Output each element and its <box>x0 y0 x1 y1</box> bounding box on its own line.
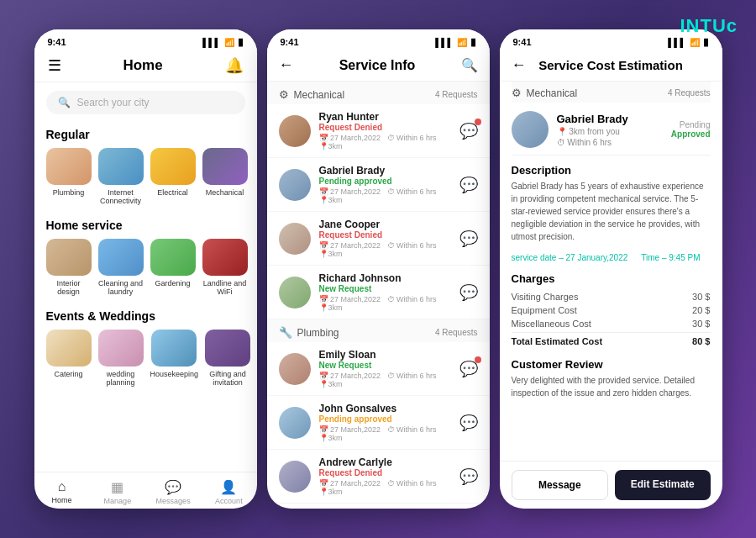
message-button[interactable]: Message <box>512 470 609 500</box>
service-item-gabriel[interactable]: Gabriel Brady Pending approved 📅 27 Marc… <box>267 158 490 212</box>
manage-nav-label: Manage <box>104 497 132 505</box>
battery-icon-3: ▮ <box>703 36 709 48</box>
grid-item-wedding[interactable]: wedding planning <box>98 330 144 387</box>
events-section-title: Events & Weddings <box>34 304 257 330</box>
andrew-chat[interactable]: 💬 <box>459 467 478 486</box>
grid-item-catering[interactable]: Catering <box>46 330 92 387</box>
ryan-name: Ryan Hunter <box>319 111 451 123</box>
date-row: service date – 27 January,2022 Time – 9:… <box>512 248 711 267</box>
richard-meta: 📅 27 March,2022 ⏱ Within 6 hrs 📍3km <box>319 295 451 312</box>
provider-avatar <box>512 111 549 148</box>
nav-home[interactable]: ⌂ Home <box>34 479 90 505</box>
status-bar-2: 9:41 ▌▌▌ 📶 ▮ <box>267 29 490 51</box>
menu-icon[interactable]: ☰ <box>48 56 61 75</box>
provider-card[interactable]: Gabriel Brady 📍 3km from you ⏱ Within 6 … <box>512 103 711 156</box>
plumbing-thumb <box>46 148 92 185</box>
wifi-icon-3: 📶 <box>690 38 700 47</box>
richard-name: Richard Johnson <box>319 272 451 284</box>
emily-chat[interactable]: 💬 <box>459 360 478 378</box>
john-info: John Gonsalves Pending approved 📅 27 Mar… <box>319 403 451 442</box>
grid-item-housekeeping[interactable]: Housekeeping <box>150 330 199 387</box>
app-logo: INTUc <box>680 15 738 37</box>
charge-misc-amount: 30 $ <box>692 319 710 329</box>
grid-item-plumbing[interactable]: Plumbing <box>46 148 92 205</box>
account-nav-icon: 👤 <box>220 479 237 495</box>
charges-title: Charges <box>512 272 711 285</box>
search-placeholder: Search your city <box>77 97 150 108</box>
jane-chat[interactable]: 💬 <box>459 229 478 248</box>
service-item-john[interactable]: John Gonsalves Pending approved 📅 27 Mar… <box>267 396 490 450</box>
status-time-2: 9:41 <box>281 37 299 47</box>
manage-nav-icon: ▦ <box>111 479 123 495</box>
grid-item-internet[interactable]: Internet Connectivity <box>98 148 144 205</box>
jane-status: Request Denied <box>319 230 451 240</box>
events-grid: Catering wedding planning Housekeeping G… <box>34 330 257 395</box>
nav-account[interactable]: 👤 Account <box>201 479 256 505</box>
charge-equipment-label: Equipment Cost <box>512 305 577 315</box>
grid-item-electrical[interactable]: Electrical <box>150 148 196 205</box>
plumbing-requests: 4 Requests <box>435 328 478 337</box>
service-item-andrew[interactable]: Andrew Carlyle Request Denied 📅 27 March… <box>267 450 490 504</box>
plumbing-label: Plumbing <box>53 188 85 197</box>
signal-icon-1: ▌▌▌ <box>202 38 220 47</box>
wedding-thumb <box>98 330 144 367</box>
grid-item-gifting[interactable]: Gifting and invitation <box>205 330 250 387</box>
regular-grid: Plumbing Internet Connectivity Electrica… <box>34 148 257 214</box>
cost-mech-icon: ⚙ <box>512 87 522 99</box>
grid-item-cleaning[interactable]: Cleaning and laundry <box>98 239 144 296</box>
grid-item-mechanical[interactable]: Mechanical <box>202 148 248 205</box>
ryan-avatar <box>279 115 311 147</box>
home-title: Home <box>61 57 225 74</box>
catering-label: Catering <box>54 370 82 378</box>
nav-messages[interactable]: 💬 Messages <box>145 479 201 505</box>
gabriel-chat[interactable]: 💬 <box>459 176 478 194</box>
emily-meta: 📅 27 March,2022 ⏱ Within 6 hrs 📍3km <box>319 372 451 388</box>
grid-item-gardening[interactable]: Gardening <box>150 239 196 296</box>
andrew-status: Request Denied <box>319 468 451 477</box>
nav-manage[interactable]: ▦ Manage <box>90 479 145 505</box>
edit-estimate-button[interactable]: Edit Estimate <box>615 470 711 500</box>
cost-mech-label: Mechanical <box>527 87 578 99</box>
provider-approved: Approved <box>671 129 711 139</box>
gabriel-status: Pending approved <box>319 177 451 186</box>
charges-section: Charges Visiting Charges 30 $ Equipment … <box>512 267 711 353</box>
back-icon-2[interactable]: ← <box>279 56 294 74</box>
cleaning-thumb <box>98 239 144 276</box>
andrew-name: Andrew Carlyle <box>319 456 451 468</box>
phone1-header: ☰ Home 🔔 <box>34 51 257 82</box>
status-time-3: 9:41 <box>513 37 532 47</box>
provider-status: Pending Approved <box>671 120 711 139</box>
landline-thumb <box>202 239 248 276</box>
battery-icon-1: ▮ <box>238 36 244 48</box>
andrew-meta: 📅 27 March,2022 ⏱ Within 6 hrs 📍3km <box>319 479 451 496</box>
cost-mechanical-header: ⚙ Mechanical 4 Requests <box>512 82 711 103</box>
cost-title: Service Cost Estimation <box>527 58 696 72</box>
service-item-ryan[interactable]: Ryan Hunter Request Denied 📅 27 March,20… <box>267 104 490 158</box>
account-nav-label: Account <box>215 497 243 505</box>
grid-item-interior[interactable]: Interior design <box>46 239 92 296</box>
service-item-jane[interactable]: Jane Cooper Request Denied 📅 27 March,20… <box>267 212 490 266</box>
wifi-icon-2: 📶 <box>457 38 467 47</box>
jane-avatar <box>279 223 311 255</box>
grid-item-landline[interactable]: Landline and WiFi <box>202 239 248 296</box>
john-meta: 📅 27 March,2022 ⏱ Within 6 hrs 📍3km <box>319 425 451 442</box>
service-item-richard[interactable]: Richard Johnson New Request 📅 27 March,2… <box>267 266 490 319</box>
mechanical-requests: 4 Requests <box>435 90 478 99</box>
search-bar[interactable]: 🔍 Search your city <box>46 91 245 114</box>
gardening-thumb <box>150 239 196 276</box>
service-info-title: Service Info <box>294 58 461 73</box>
mechanical-label: Mechanical <box>206 188 244 197</box>
search-icon-2[interactable]: 🔍 <box>461 57 478 73</box>
bell-icon[interactable]: 🔔 <box>225 56 244 75</box>
service-item-emily[interactable]: Emily Sloan New Request 📅 27 March,2022 … <box>267 342 490 396</box>
status-icons-1: ▌▌▌ 📶 ▮ <box>202 36 243 48</box>
richard-chat[interactable]: 💬 <box>459 283 478 302</box>
emily-badge <box>475 356 481 363</box>
ryan-chat[interactable]: 💬 <box>459 122 478 140</box>
back-icon-3[interactable]: ← <box>512 56 527 74</box>
emily-avatar <box>279 353 311 385</box>
john-chat[interactable]: 💬 <box>459 414 478 432</box>
internet-label: Internet Connectivity <box>98 188 144 205</box>
emily-name: Emily Sloan <box>319 349 451 361</box>
electrical-label: Electrical <box>157 188 188 197</box>
